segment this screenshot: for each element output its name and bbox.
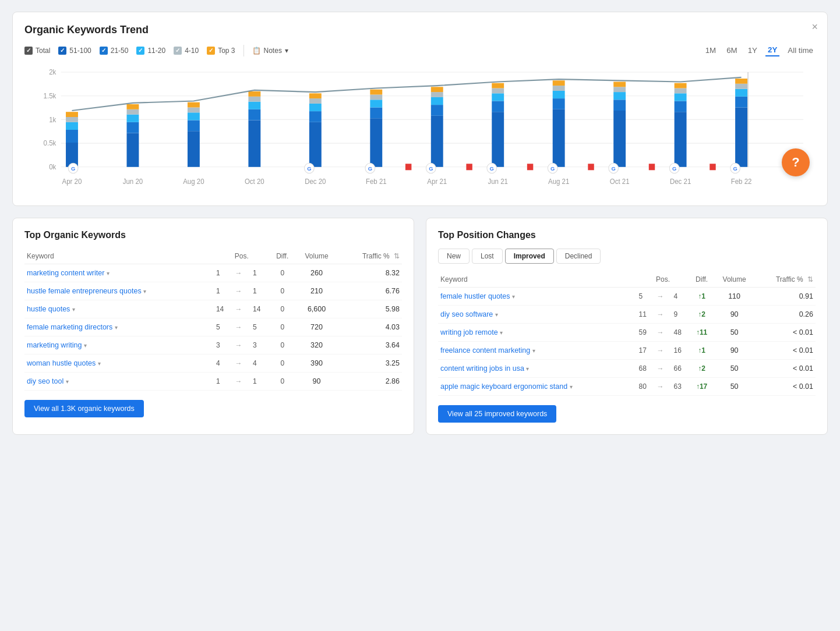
tab-declined[interactable]: Declined <box>556 249 601 264</box>
volume-cell: 390 <box>295 355 338 373</box>
svg-text:Aug 21: Aug 21 <box>548 178 569 185</box>
legend-item-11-20[interactable]: 11-20 <box>136 47 165 55</box>
time-filter-1m[interactable]: 1M <box>703 45 719 56</box>
kw-cell: marketing content writer ▾ <box>24 264 214 282</box>
kw-link[interactable]: diy seo software <box>440 310 493 318</box>
kw-dropdown-icon[interactable]: ▾ <box>107 270 110 276</box>
kw-link[interactable]: diy seo tool <box>27 377 63 385</box>
svg-rect-41 <box>431 105 443 116</box>
svg-rect-51 <box>553 98 565 109</box>
svg-rect-35 <box>370 118 382 167</box>
svg-rect-12 <box>66 122 78 130</box>
time-filter-all-time[interactable]: All time <box>785 45 816 56</box>
kw-link[interactable]: apple magic keyboard ergonomic stand <box>440 382 567 391</box>
svg-text:Aug 20: Aug 20 <box>183 178 204 185</box>
table-row: content writing jobs in usa ▾ 68 → 66 ↑2… <box>438 360 816 378</box>
svg-rect-32 <box>309 104 322 111</box>
legend-item-21-50[interactable]: 21-50 <box>100 47 129 55</box>
view-all-improved-button[interactable]: View all 25 improved keywords <box>438 405 556 423</box>
kw-link[interactable]: hustle quotes <box>27 305 70 313</box>
legend-item-top3[interactable]: Top 3 <box>207 47 235 55</box>
svg-rect-58 <box>613 87 626 92</box>
diff-cell: ↑2 <box>698 310 705 318</box>
svg-rect-13 <box>66 117 78 122</box>
kw-link[interactable]: freelance content marketing <box>440 346 530 355</box>
diff-cell: 0 <box>270 282 295 300</box>
svg-rect-14 <box>66 112 78 117</box>
tab-lost[interactable]: Lost <box>472 249 503 264</box>
time-filter-2y[interactable]: 2Y <box>765 44 779 56</box>
kw-dropdown-icon[interactable]: ▾ <box>512 293 515 300</box>
kw-link[interactable]: female marketing directors <box>27 323 112 331</box>
volume-col-header: Volume <box>295 249 338 264</box>
tab-new[interactable]: New <box>438 249 470 264</box>
svg-rect-33 <box>309 98 322 104</box>
legend-item-total[interactable]: Total <box>24 47 50 55</box>
kw-link[interactable]: marketing content writer <box>27 269 104 277</box>
traffic-filter-icon[interactable]: ⇅ <box>394 252 400 260</box>
svg-rect-66 <box>735 97 747 108</box>
notes-button[interactable]: 📋 Notes ▾ <box>252 47 288 55</box>
kw-dropdown-icon[interactable]: ▾ <box>143 288 146 295</box>
volume-cell: 90 <box>295 373 338 391</box>
svg-text:G: G <box>733 165 737 172</box>
help-button[interactable]: ? <box>782 148 810 176</box>
time-filter-6m[interactable]: 6M <box>724 45 740 56</box>
svg-rect-57 <box>613 92 626 100</box>
svg-text:Oct 20: Oct 20 <box>245 178 264 185</box>
kw-link[interactable]: content writing jobs in usa <box>440 364 524 373</box>
table-row: female hustler quotes ▾ 5 → 4 ↑1 110 0.9… <box>438 288 816 306</box>
chart-title: Organic Keywords Trend <box>24 24 816 36</box>
kw-dropdown-icon[interactable]: ▾ <box>495 311 498 318</box>
traffic-col-header: Traffic % ⇅ <box>338 249 402 264</box>
table-row: writing job remote ▾ 59 → 48 ↑11 50 < 0.… <box>438 324 816 342</box>
svg-rect-48 <box>492 88 504 94</box>
legend-item-4-10[interactable]: 4-10 <box>174 47 199 55</box>
kw-link[interactable]: female hustler quotes <box>440 292 510 300</box>
kw-dropdown-icon[interactable]: ▾ <box>98 360 101 367</box>
pos-arrow-cell: → <box>655 306 672 324</box>
kw-link[interactable]: writing job remote <box>440 328 498 336</box>
pos-arrow-cell: → <box>655 288 672 306</box>
traffic-cell: 2.86 <box>338 373 402 391</box>
notes-chevron-icon: ▾ <box>285 47 288 55</box>
pos-to-cell: 4 <box>250 355 270 373</box>
pos-arrow-cell: → <box>233 355 250 373</box>
pos-traffic-filter-icon[interactable]: ⇅ <box>807 275 813 283</box>
svg-text:Dec 21: Dec 21 <box>670 178 691 185</box>
kw-dropdown-icon[interactable]: ▾ <box>72 306 75 313</box>
svg-rect-61 <box>675 101 687 112</box>
position-changes-title: Top Position Changes <box>438 230 816 240</box>
svg-rect-30 <box>309 122 322 167</box>
pos-from-cell: 17 <box>637 342 655 360</box>
svg-rect-21 <box>188 120 200 132</box>
kw-dropdown-icon[interactable]: ▾ <box>570 384 573 390</box>
svg-rect-38 <box>370 95 382 100</box>
kw-link[interactable]: marketing writing <box>27 341 82 349</box>
time-filter-1y[interactable]: 1Y <box>746 45 760 56</box>
kw-link[interactable]: hustle female entrepreneurs quotes <box>27 287 142 295</box>
kw-dropdown-icon[interactable]: ▾ <box>526 366 529 372</box>
svg-text:Feb 21: Feb 21 <box>366 178 387 185</box>
kw-link[interactable]: woman hustle quotes <box>27 359 96 367</box>
kw-dropdown-icon[interactable]: ▾ <box>500 329 503 336</box>
tab-improved[interactable]: Improved <box>505 249 554 264</box>
legend-checkbox-11-20 <box>136 47 144 55</box>
volume-cell: 90 <box>714 342 755 360</box>
view-all-organic-button[interactable]: View all 1.3K organic keywords <box>24 400 144 417</box>
svg-rect-34 <box>309 93 322 98</box>
main-container: × Organic Keywords Trend Total51-10021-5… <box>12 12 828 435</box>
pos-from-cell: 59 <box>637 324 655 342</box>
diff-cell: 0 <box>270 373 295 391</box>
kw-dropdown-icon[interactable]: ▾ <box>84 342 87 349</box>
kw-cell: female hustler quotes ▾ <box>438 288 637 306</box>
diff-col-header: Diff. <box>270 249 295 264</box>
time-filters: 1M6M1Y2YAll time <box>703 44 816 56</box>
kw-dropdown-icon[interactable]: ▾ <box>115 324 118 331</box>
kw-dropdown-icon[interactable]: ▾ <box>66 378 69 385</box>
traffic-cell: 8.32 <box>338 264 402 282</box>
close-button[interactable]: × <box>811 22 818 32</box>
svg-rect-11 <box>66 130 78 143</box>
kw-dropdown-icon[interactable]: ▾ <box>532 348 535 354</box>
legend-item-51-100[interactable]: 51-100 <box>58 47 91 55</box>
